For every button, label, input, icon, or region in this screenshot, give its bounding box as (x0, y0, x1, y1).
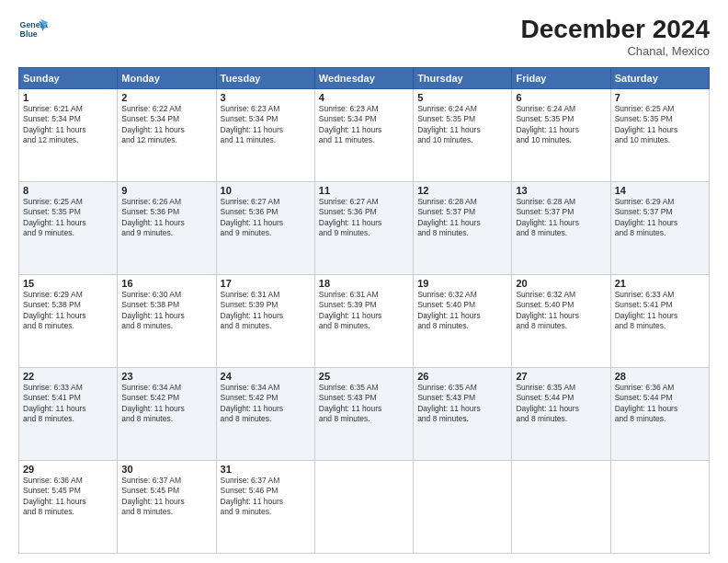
day-info: Sunrise: 6:23 AM Sunset: 5:34 PM Dayligh… (319, 104, 409, 146)
logo: General Blue (18, 15, 48, 44)
calendar-cell: 5Sunrise: 6:24 AM Sunset: 5:35 PM Daylig… (414, 89, 512, 182)
location: Chanal, Mexico (521, 44, 710, 58)
calendar-cell: 29Sunrise: 6:36 AM Sunset: 5:45 PM Dayli… (19, 461, 118, 554)
day-info: Sunrise: 6:28 AM Sunset: 5:37 PM Dayligh… (516, 197, 606, 239)
calendar-cell (314, 461, 413, 554)
day-info: Sunrise: 6:36 AM Sunset: 5:44 PM Dayligh… (615, 383, 705, 425)
day-info: Sunrise: 6:36 AM Sunset: 5:45 PM Dayligh… (23, 476, 113, 518)
day-number: 2 (121, 92, 211, 103)
col-header-wednesday: Wednesday (314, 68, 413, 89)
calendar-cell: 28Sunrise: 6:36 AM Sunset: 5:44 PM Dayli… (610, 368, 709, 461)
day-number: 15 (23, 278, 113, 289)
day-info: Sunrise: 6:23 AM Sunset: 5:34 PM Dayligh… (221, 104, 311, 146)
calendar-cell: 1Sunrise: 6:21 AM Sunset: 5:34 PM Daylig… (19, 89, 118, 182)
col-header-sunday: Sunday (19, 68, 118, 89)
calendar-cell: 2Sunrise: 6:22 AM Sunset: 5:34 PM Daylig… (118, 89, 216, 182)
calendar-cell: 14Sunrise: 6:29 AM Sunset: 5:37 PM Dayli… (610, 182, 709, 275)
title-block: December 2024 Chanal, Mexico (521, 15, 710, 58)
day-number: 6 (516, 92, 606, 103)
calendar-cell: 15Sunrise: 6:29 AM Sunset: 5:38 PM Dayli… (19, 275, 118, 368)
day-number: 30 (121, 464, 211, 475)
day-info: Sunrise: 6:37 AM Sunset: 5:45 PM Dayligh… (121, 476, 211, 518)
day-number: 18 (319, 278, 409, 289)
day-info: Sunrise: 6:24 AM Sunset: 5:35 PM Dayligh… (417, 104, 507, 146)
header: General Blue December 2024 Chanal, Mexic… (18, 15, 710, 58)
day-info: Sunrise: 6:27 AM Sunset: 5:36 PM Dayligh… (221, 197, 311, 239)
day-number: 11 (319, 185, 409, 196)
day-info: Sunrise: 6:35 AM Sunset: 5:43 PM Dayligh… (319, 383, 409, 425)
calendar-cell: 21Sunrise: 6:33 AM Sunset: 5:41 PM Dayli… (610, 275, 709, 368)
day-info: Sunrise: 6:31 AM Sunset: 5:39 PM Dayligh… (221, 290, 311, 332)
day-number: 8 (23, 185, 113, 196)
calendar-cell: 18Sunrise: 6:31 AM Sunset: 5:39 PM Dayli… (314, 275, 413, 368)
day-info: Sunrise: 6:34 AM Sunset: 5:42 PM Dayligh… (121, 383, 211, 425)
calendar-cell (512, 461, 610, 554)
col-header-monday: Monday (118, 68, 216, 89)
day-number: 16 (121, 278, 211, 289)
calendar-cell: 7Sunrise: 6:25 AM Sunset: 5:35 PM Daylig… (610, 89, 709, 182)
day-info: Sunrise: 6:21 AM Sunset: 5:34 PM Dayligh… (23, 104, 113, 146)
calendar-cell: 19Sunrise: 6:32 AM Sunset: 5:40 PM Dayli… (414, 275, 512, 368)
day-number: 28 (615, 371, 705, 382)
calendar-cell: 30Sunrise: 6:37 AM Sunset: 5:45 PM Dayli… (118, 461, 216, 554)
calendar-cell: 31Sunrise: 6:37 AM Sunset: 5:46 PM Dayli… (216, 461, 314, 554)
day-info: Sunrise: 6:35 AM Sunset: 5:44 PM Dayligh… (516, 383, 606, 425)
calendar-cell: 27Sunrise: 6:35 AM Sunset: 5:44 PM Dayli… (512, 368, 610, 461)
day-info: Sunrise: 6:28 AM Sunset: 5:37 PM Dayligh… (417, 197, 507, 239)
logo-icon: General Blue (18, 15, 48, 44)
calendar-cell: 3Sunrise: 6:23 AM Sunset: 5:34 PM Daylig… (216, 89, 314, 182)
svg-text:Blue: Blue (20, 29, 38, 39)
calendar-cell: 25Sunrise: 6:35 AM Sunset: 5:43 PM Dayli… (314, 368, 413, 461)
day-info: Sunrise: 6:25 AM Sunset: 5:35 PM Dayligh… (615, 104, 705, 146)
day-info: Sunrise: 6:25 AM Sunset: 5:35 PM Dayligh… (23, 197, 113, 239)
day-number: 26 (417, 371, 507, 382)
page: General Blue December 2024 Chanal, Mexic… (0, 0, 728, 563)
day-number: 25 (319, 371, 409, 382)
day-info: Sunrise: 6:27 AM Sunset: 5:36 PM Dayligh… (319, 197, 409, 239)
calendar-cell: 26Sunrise: 6:35 AM Sunset: 5:43 PM Dayli… (414, 368, 512, 461)
day-number: 27 (516, 371, 606, 382)
day-number: 31 (221, 464, 311, 475)
day-info: Sunrise: 6:33 AM Sunset: 5:41 PM Dayligh… (23, 383, 113, 425)
calendar-cell: 6Sunrise: 6:24 AM Sunset: 5:35 PM Daylig… (512, 89, 610, 182)
day-info: Sunrise: 6:29 AM Sunset: 5:37 PM Dayligh… (615, 197, 705, 239)
calendar-cell (414, 461, 512, 554)
calendar-cell: 16Sunrise: 6:30 AM Sunset: 5:38 PM Dayli… (118, 275, 216, 368)
day-info: Sunrise: 6:30 AM Sunset: 5:38 PM Dayligh… (121, 290, 211, 332)
calendar-cell: 9Sunrise: 6:26 AM Sunset: 5:36 PM Daylig… (118, 182, 216, 275)
day-number: 10 (221, 185, 311, 196)
calendar-cell: 11Sunrise: 6:27 AM Sunset: 5:36 PM Dayli… (314, 182, 413, 275)
day-number: 20 (516, 278, 606, 289)
day-info: Sunrise: 6:34 AM Sunset: 5:42 PM Dayligh… (221, 383, 311, 425)
day-info: Sunrise: 6:24 AM Sunset: 5:35 PM Dayligh… (516, 104, 606, 146)
day-info: Sunrise: 6:22 AM Sunset: 5:34 PM Dayligh… (121, 104, 211, 146)
day-info: Sunrise: 6:32 AM Sunset: 5:40 PM Dayligh… (516, 290, 606, 332)
day-number: 23 (121, 371, 211, 382)
day-number: 14 (615, 185, 705, 196)
day-number: 13 (516, 185, 606, 196)
day-number: 5 (417, 92, 507, 103)
day-number: 7 (615, 92, 705, 103)
col-header-thursday: Thursday (414, 68, 512, 89)
day-number: 17 (221, 278, 311, 289)
calendar-cell: 13Sunrise: 6:28 AM Sunset: 5:37 PM Dayli… (512, 182, 610, 275)
day-number: 21 (615, 278, 705, 289)
day-number: 22 (23, 371, 113, 382)
day-info: Sunrise: 6:31 AM Sunset: 5:39 PM Dayligh… (319, 290, 409, 332)
day-number: 4 (319, 92, 409, 103)
day-info: Sunrise: 6:35 AM Sunset: 5:43 PM Dayligh… (417, 383, 507, 425)
day-number: 1 (23, 92, 113, 103)
calendar-cell: 22Sunrise: 6:33 AM Sunset: 5:41 PM Dayli… (19, 368, 118, 461)
calendar-cell: 20Sunrise: 6:32 AM Sunset: 5:40 PM Dayli… (512, 275, 610, 368)
calendar-cell: 12Sunrise: 6:28 AM Sunset: 5:37 PM Dayli… (414, 182, 512, 275)
month-title: December 2024 (521, 15, 710, 44)
calendar-cell: 23Sunrise: 6:34 AM Sunset: 5:42 PM Dayli… (118, 368, 216, 461)
calendar-cell (610, 461, 709, 554)
day-number: 3 (221, 92, 311, 103)
day-number: 29 (23, 464, 113, 475)
day-info: Sunrise: 6:33 AM Sunset: 5:41 PM Dayligh… (615, 290, 705, 332)
calendar-cell: 8Sunrise: 6:25 AM Sunset: 5:35 PM Daylig… (19, 182, 118, 275)
calendar-cell: 24Sunrise: 6:34 AM Sunset: 5:42 PM Dayli… (216, 368, 314, 461)
col-header-friday: Friday (512, 68, 610, 89)
calendar-cell: 17Sunrise: 6:31 AM Sunset: 5:39 PM Dayli… (216, 275, 314, 368)
